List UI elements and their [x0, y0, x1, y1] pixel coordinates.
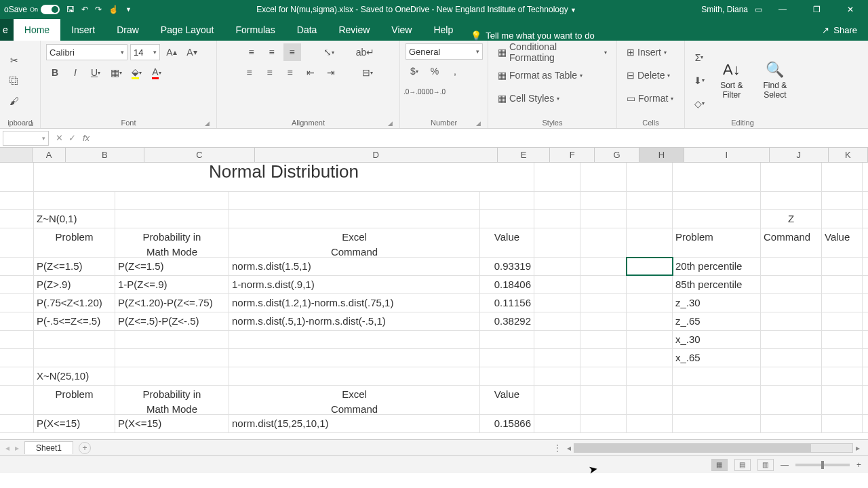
cell[interactable]: 20th percentile — [673, 258, 761, 275]
cell[interactable] — [761, 192, 822, 209]
cell[interactable]: P(Z<=.5)-P(Z<-.5) — [115, 312, 229, 330]
ribbon-display-icon[interactable]: ▭ — [755, 5, 762, 14]
orientation-icon[interactable]: ⤡▾ — [320, 43, 338, 61]
cell[interactable] — [673, 386, 761, 414]
select-all-corner[interactable] — [0, 148, 33, 162]
zoom-slider[interactable] — [795, 464, 850, 466]
percent-icon[interactable]: % — [426, 62, 443, 80]
col-header-B[interactable]: B — [66, 148, 144, 162]
underline-button[interactable]: U▾ — [87, 64, 104, 81]
cell[interactable] — [627, 294, 673, 312]
cell[interactable] — [34, 331, 115, 348]
cell[interactable] — [627, 312, 673, 330]
cell[interactable] — [534, 228, 580, 257]
cell[interactable] — [673, 192, 761, 209]
column-headers[interactable]: ABCDEFGHIJK — [0, 148, 868, 163]
decrease-indent-icon[interactable]: ⇤ — [302, 64, 319, 81]
undo-icon[interactable]: ↶ — [81, 5, 88, 14]
cell[interactable] — [822, 349, 863, 367]
cell[interactable] — [627, 210, 673, 228]
cell[interactable] — [0, 367, 34, 385]
delete-cells-button[interactable]: ⊟Delete ▾ — [623, 66, 674, 84]
font-color-icon[interactable]: A▾ — [148, 64, 165, 81]
cell[interactable]: ExcelCommand — [229, 228, 480, 257]
align-center-icon[interactable]: ≡ — [261, 64, 279, 81]
cell[interactable] — [115, 331, 229, 348]
cell[interactable]: x_.30 — [673, 331, 761, 348]
cell[interactable]: Command — [761, 228, 822, 257]
cell[interactable] — [761, 367, 822, 385]
cell[interactable] — [0, 349, 34, 367]
comma-icon[interactable]: , — [446, 62, 464, 80]
cell[interactable] — [534, 210, 580, 228]
cell[interactable] — [627, 386, 673, 414]
zoom-in-button[interactable]: + — [856, 460, 861, 470]
cell[interactable] — [822, 294, 863, 312]
cell[interactable] — [580, 312, 627, 330]
cell[interactable] — [534, 312, 580, 330]
cell[interactable] — [0, 386, 34, 414]
insert-cells-button[interactable]: ⊞Insert ▾ — [623, 43, 671, 61]
cell[interactable] — [673, 367, 761, 385]
cell[interactable] — [534, 163, 580, 191]
sheet-nav-prev-icon[interactable]: ◂ — [5, 443, 9, 453]
cell[interactable] — [580, 367, 627, 385]
cell[interactable] — [0, 294, 34, 312]
cell[interactable] — [580, 349, 627, 367]
cell[interactable] — [580, 294, 627, 312]
cell[interactable] — [761, 163, 822, 191]
save-icon[interactable]: 🖫 — [66, 5, 75, 14]
cell[interactable] — [822, 276, 863, 293]
cell[interactable] — [480, 349, 534, 367]
tab-view[interactable]: View — [380, 19, 422, 41]
fill-icon[interactable]: ⬇ ▾ — [690, 72, 708, 89]
cell[interactable]: ExcelCommand — [229, 386, 480, 414]
cell[interactable] — [627, 331, 673, 348]
cell[interactable]: Value — [480, 386, 534, 414]
tab-data[interactable]: Data — [286, 19, 328, 41]
cell[interactable] — [480, 367, 534, 385]
tab-draw[interactable]: Draw — [106, 19, 150, 41]
cell[interactable]: z_.65 — [673, 312, 761, 330]
cell[interactable]: Value — [480, 228, 534, 257]
col-header-K[interactable]: K — [829, 148, 868, 162]
cell[interactable] — [534, 192, 580, 209]
tab-help[interactable]: Help — [422, 19, 464, 41]
cell[interactable] — [229, 367, 480, 385]
tab-insert[interactable]: Insert — [60, 19, 106, 41]
cell[interactable]: P(Z<=1.5) — [34, 258, 115, 275]
cell[interactable] — [0, 331, 34, 348]
maximize-button[interactable]: ❐ — [803, 5, 830, 14]
cell[interactable] — [115, 210, 229, 228]
shrink-font-icon[interactable]: A▾ — [183, 43, 201, 61]
add-sheet-button[interactable]: + — [79, 442, 91, 454]
conditional-formatting-button[interactable]: ▦Conditional Formatting ▾ — [494, 43, 611, 61]
cancel-formula-icon[interactable]: ✕ — [56, 133, 63, 143]
cell[interactable] — [580, 210, 627, 228]
page-break-view-icon[interactable]: ▥ — [757, 459, 774, 471]
cell[interactable] — [822, 415, 863, 432]
font-name-combo[interactable]: Calibri▾ — [46, 44, 127, 60]
increase-indent-icon[interactable]: ⇥ — [322, 64, 340, 81]
close-button[interactable]: ✕ — [837, 5, 864, 14]
cell[interactable] — [480, 331, 534, 348]
cell[interactable]: 0.38292 — [480, 312, 534, 330]
tab-formulas[interactable]: Formulas — [224, 19, 285, 41]
align-top-icon[interactable]: ≡ — [243, 43, 260, 61]
copy-icon[interactable]: ⿻ — [5, 72, 23, 89]
format-as-table-button[interactable]: ▦Format as Table ▾ — [494, 66, 587, 84]
autosave-toggle[interactable]: oSave On — [4, 5, 60, 14]
cell[interactable] — [480, 210, 534, 228]
cell[interactable]: 0.93319 — [480, 258, 534, 275]
cell[interactable] — [229, 331, 480, 348]
cell[interactable] — [761, 312, 822, 330]
col-header-F[interactable]: F — [550, 148, 595, 162]
merge-center-icon[interactable]: ⊟▾ — [359, 64, 376, 81]
minimize-button[interactable]: — — [769, 5, 796, 14]
touch-icon[interactable]: ☝ — [108, 5, 119, 14]
cell[interactable] — [627, 367, 673, 385]
cell[interactable] — [534, 331, 580, 348]
align-left-icon[interactable]: ≡ — [241, 64, 258, 81]
cell[interactable]: 0.18406 — [480, 276, 534, 293]
cell[interactable] — [534, 294, 580, 312]
